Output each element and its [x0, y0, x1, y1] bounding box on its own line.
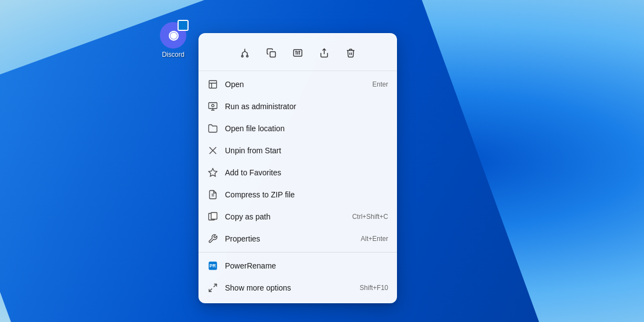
menu-item-open[interactable]: Open Enter	[198, 73, 397, 95]
menu-item-properties[interactable]: Properties Alt+Enter	[198, 228, 397, 250]
more-options-shortcut: Shift+F10	[359, 284, 388, 292]
power-rename-icon: PR	[207, 260, 218, 271]
open-location-icon	[207, 123, 218, 134]
more-options-icon	[207, 282, 218, 293]
menu-item-open-location[interactable]: Open file location	[198, 117, 397, 139]
menu-separator	[198, 252, 397, 253]
discord-icon-image: ◉	[160, 22, 186, 49]
svg-marker-24	[209, 169, 217, 176]
run-admin-label: Run as administrator	[225, 102, 388, 111]
discord-icon-label: Discord	[162, 51, 185, 58]
menu-item-copy-path[interactable]: Copy as path Ctrl+Shift+C	[198, 206, 397, 228]
copy-path-label: Copy as path	[225, 212, 346, 221]
copy-path-shortcut: Ctrl+Shift+C	[352, 213, 388, 221]
menu-item-power-rename[interactable]: PR PowerRename	[198, 255, 397, 277]
svg-line-5	[245, 51, 248, 53]
context-menu: Open Enter Run as administrator Open fil…	[198, 33, 397, 303]
context-menu-toolbar	[198, 37, 397, 71]
compress-label: Compress to ZIP file	[225, 190, 388, 199]
svg-rect-18	[209, 103, 217, 109]
open-icon	[207, 79, 218, 90]
compress-icon	[207, 189, 218, 200]
copy-path-icon	[207, 211, 218, 222]
svg-text:PR: PR	[210, 264, 216, 269]
svg-point-0	[242, 56, 243, 57]
share-button[interactable]	[311, 42, 337, 64]
svg-line-31	[214, 284, 217, 287]
properties-shortcut: Alt+Enter	[361, 235, 388, 243]
unpin-icon	[207, 145, 218, 156]
delete-button[interactable]	[337, 42, 364, 64]
svg-rect-7	[270, 52, 276, 57]
power-rename-label: PowerRename	[225, 261, 388, 270]
cut-button[interactable]	[232, 42, 258, 64]
discord-symbol: ◉	[168, 28, 179, 42]
copy-button[interactable]	[258, 42, 285, 64]
menu-item-run-admin[interactable]: Run as administrator	[198, 95, 397, 117]
open-shortcut: Enter	[372, 80, 388, 88]
svg-point-21	[212, 104, 214, 107]
svg-line-32	[209, 289, 212, 292]
favorites-label: Add to Favorites	[225, 168, 388, 177]
run-admin-icon	[207, 101, 218, 112]
svg-point-1	[246, 56, 248, 57]
open-location-label: Open file location	[225, 124, 388, 133]
menu-item-compress[interactable]: Compress to ZIP file	[198, 184, 397, 206]
menu-item-more-options[interactable]: Show more options Shift+F10	[198, 277, 397, 299]
unpin-label: Unpin from Start	[225, 146, 388, 155]
menu-item-favorites[interactable]: Add to Favorites	[198, 162, 397, 184]
rename-button[interactable]	[285, 42, 311, 64]
discord-desktop-icon[interactable]: ◉ Discord	[160, 22, 186, 58]
svg-rect-28	[211, 213, 217, 219]
open-label: Open	[225, 80, 366, 89]
more-options-label: Show more options	[225, 283, 353, 292]
svg-rect-15	[209, 80, 217, 88]
menu-item-unpin[interactable]: Unpin from Start	[198, 139, 397, 162]
favorites-icon	[207, 167, 218, 178]
properties-label: Properties	[225, 234, 354, 243]
svg-line-4	[243, 51, 245, 53]
properties-icon	[207, 233, 218, 244]
